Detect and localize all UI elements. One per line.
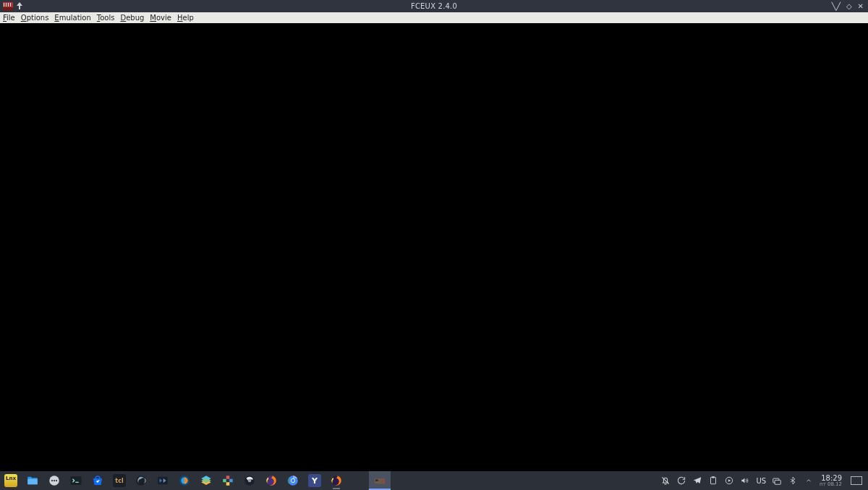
- svg-rect-25: [711, 477, 716, 483]
- svg-rect-26: [712, 476, 715, 478]
- keep-above-icon[interactable]: [16, 2, 23, 11]
- fceux-task-icon[interactable]: [369, 471, 391, 490]
- svg-rect-21: [375, 480, 378, 481]
- apps-overview-icon[interactable]: [43, 471, 65, 490]
- chromium-c-icon[interactable]: [239, 471, 260, 490]
- svg-point-3: [56, 480, 57, 481]
- svg-rect-6: [158, 477, 168, 485]
- svg-rect-12: [226, 482, 230, 486]
- bluetooth-icon[interactable]: [788, 476, 798, 486]
- volume-icon[interactable]: [740, 476, 750, 486]
- kdenlive-icon[interactable]: [152, 471, 174, 490]
- system-tray: US 18:29 пт 08.12: [660, 475, 868, 487]
- svg-rect-9: [226, 476, 230, 479]
- taskbar-clock[interactable]: 18:29 пт 08.12: [820, 475, 842, 487]
- keyboard-layout-indicator[interactable]: US: [756, 477, 766, 485]
- network-icon[interactable]: [772, 476, 782, 486]
- menu-tools[interactable]: Tools: [97, 14, 115, 22]
- clock-time: 18:29: [820, 475, 842, 482]
- maximize-button[interactable]: ◇: [846, 3, 852, 10]
- yandex-icon[interactable]: Y: [304, 471, 326, 490]
- svg-point-23: [383, 481, 385, 482]
- start-menu-icon[interactable]: Lnx: [0, 471, 22, 490]
- onlyoffice-icon[interactable]: [174, 471, 195, 490]
- minimize-button[interactable]: ╲╱: [832, 3, 841, 10]
- terminal-icon[interactable]: [65, 471, 87, 490]
- taskbar: Lnx tcl Y: [0, 471, 868, 490]
- app-icon: [3, 2, 13, 11]
- clipboard-icon[interactable]: [708, 476, 718, 486]
- store-icon[interactable]: [87, 471, 109, 490]
- chromium-icon[interactable]: [282, 471, 304, 490]
- window-titlebar: FCEUX 2.4.0 ╲╱ ◇ ✕: [0, 0, 868, 12]
- menubar: File Options Emulation Tools Debug Movie…: [0, 12, 868, 23]
- clock-date: пт 08.12: [820, 482, 842, 487]
- close-button[interactable]: ✕: [858, 3, 864, 10]
- svg-point-18: [292, 479, 295, 483]
- menu-help[interactable]: Help: [177, 14, 194, 22]
- telegram-icon[interactable]: [692, 476, 702, 486]
- svg-point-1: [51, 480, 53, 481]
- layers-icon[interactable]: [195, 471, 217, 490]
- svg-point-2: [54, 480, 55, 481]
- menu-debug[interactable]: Debug: [120, 14, 144, 22]
- svg-point-14: [248, 479, 252, 483]
- svg-rect-11: [229, 479, 233, 483]
- obs-icon[interactable]: [130, 471, 152, 490]
- svg-rect-29: [775, 480, 780, 484]
- menu-file[interactable]: File: [3, 14, 15, 22]
- snip-icon[interactable]: [217, 471, 239, 490]
- svg-point-22: [382, 480, 383, 481]
- menu-movie[interactable]: Movie: [150, 14, 171, 22]
- firefox-icon[interactable]: [260, 471, 282, 490]
- menu-options[interactable]: Options: [21, 14, 49, 22]
- menu-emulation[interactable]: Emulation: [54, 14, 90, 22]
- svg-rect-10: [223, 479, 226, 483]
- window-title: FCEUX 2.4.0: [0, 2, 868, 10]
- media-icon[interactable]: [724, 476, 734, 486]
- tcl-icon[interactable]: tcl: [109, 471, 130, 490]
- firefox-dev-icon[interactable]: [326, 471, 347, 490]
- tray-expand-icon[interactable]: [804, 476, 814, 486]
- file-manager-icon[interactable]: [22, 471, 43, 490]
- emulator-display: [0, 23, 868, 471]
- notifications-icon[interactable]: [660, 476, 671, 486]
- sync-icon[interactable]: [676, 476, 686, 486]
- svg-rect-4: [71, 476, 82, 485]
- show-desktop-button[interactable]: [851, 476, 862, 485]
